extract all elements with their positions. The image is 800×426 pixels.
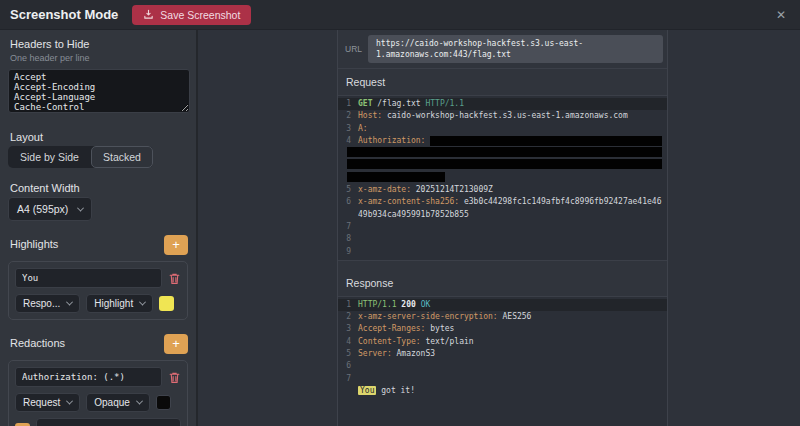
redactions-section: Redactions + Request [8, 334, 188, 426]
request-section-title: Request [338, 69, 667, 95]
layout-stacked-button[interactable]: Stacked [91, 146, 153, 168]
redaction-bar [347, 159, 662, 169]
code-line [338, 172, 667, 184]
line-number: 1 [338, 98, 358, 110]
code-token: /flag.txt [372, 99, 425, 108]
close-icon[interactable]: ✕ [772, 8, 790, 22]
add-redaction-button[interactable]: + [164, 334, 188, 354]
highlights-section: Highlights + Respo... [8, 235, 188, 320]
code-token: Host: [358, 111, 382, 120]
highlight-color-swatch[interactable] [159, 296, 174, 311]
highlight-target-select[interactable]: Respo... [15, 294, 80, 313]
line-number: 3 [338, 123, 358, 135]
highlights-label: Highlights [10, 238, 58, 250]
line-number: 9 [338, 246, 358, 258]
trash-icon[interactable] [168, 371, 181, 384]
page-title: Screenshot Mode [10, 7, 118, 22]
redaction-style-select[interactable]: Opaque [86, 393, 150, 412]
code-line: 1HTTP/1.1 200 OK [338, 299, 667, 311]
settings-sidebar: Headers to Hide One header per line Acce… [0, 30, 198, 426]
add-highlight-button[interactable]: + [164, 235, 188, 255]
highlight-style-value: Highlight [94, 298, 133, 309]
group-checkbox[interactable]: ✓ [15, 423, 30, 426]
code-line [338, 159, 667, 171]
chevron-down-icon [136, 398, 143, 405]
highlight-pattern-input[interactable] [15, 268, 162, 288]
preview-area: URL https://caido-workshop-hackfest.s3.u… [198, 30, 800, 426]
headers-to-hide-sublabel: One header per line [10, 53, 188, 63]
line-number: 2 [338, 311, 358, 323]
layout-toggle: Side by Side Stacked [8, 146, 153, 168]
code-token: GET [358, 99, 372, 108]
line-number: 5 [338, 348, 358, 360]
code-token: x-amz-date: [358, 185, 411, 194]
code-line: 5Server: AmazonS3 [338, 348, 667, 360]
redactions-label: Redactions [10, 337, 65, 349]
layout-side-by-side-button[interactable]: Side by Side [8, 146, 91, 168]
code-token: caido-workshop-hackfest.s3.us-east-1.ama… [382, 111, 628, 120]
code-line: You got it! [338, 385, 667, 397]
headers-to-hide-label: Headers to Hide [10, 38, 188, 50]
code-token: OK [421, 300, 431, 309]
highlight-item: Respo... Highlight [8, 261, 188, 320]
headers-to-hide-section: Headers to Hide One header per line Acce… [8, 38, 188, 117]
redaction-bar [347, 147, 662, 157]
code-line: 4Authorization: [338, 135, 667, 147]
highlight-style-select[interactable]: Highlight [86, 294, 153, 313]
url-row: URL https://caido-workshop-hackfest.s3.u… [338, 30, 667, 69]
line-number: 6 [338, 360, 358, 372]
save-screenshot-button[interactable]: Save Screenshot [132, 5, 251, 25]
url-label: URL [342, 44, 362, 54]
redaction-color-swatch[interactable] [156, 395, 171, 410]
layout-section: Layout Side by Side Stacked [8, 131, 188, 168]
code-token: x-amz-server-side-encryption: [358, 312, 498, 321]
code-token: x-amz-content-sha256: [358, 197, 459, 206]
content-width-value: A4 (595px) [17, 203, 68, 215]
response-code-block: 1HTTP/1.1 200 OK2x-amz-server-side-encry… [338, 296, 667, 426]
layout-label: Layout [10, 131, 188, 143]
trash-icon[interactable] [168, 272, 181, 285]
code-line: 9 [338, 246, 667, 258]
highlighted-text: You [358, 386, 376, 395]
redaction-bar [430, 136, 662, 146]
redaction-group-select[interactable]: Group 1 [36, 418, 181, 426]
code-token: Accept-Ranges: [358, 324, 425, 333]
code-line: 2Host: caido-workshop-hackfest.s3.us-eas… [338, 110, 667, 122]
code-token: 20251214T213009Z [411, 185, 493, 194]
line-number: 8 [338, 233, 358, 245]
code-line: 6 [338, 360, 667, 372]
content-width-select[interactable]: A4 (595px) [8, 197, 92, 221]
screenshot-preview-document: URL https://caido-workshop-hackfest.s3.u… [337, 30, 668, 426]
code-token: Content-Type: [358, 337, 421, 346]
code-token: AES256 [498, 312, 532, 321]
line-number: 1 [338, 299, 358, 311]
line-number: 4 [338, 336, 358, 348]
url-value: https://caido-workshop-hackfest.s3.us-ea… [368, 35, 663, 63]
code-line: 1GET /flag.txt HTTP/1.1 [338, 98, 667, 110]
code-line: 4Content-Type: text/plain [338, 336, 667, 348]
line-number: 5 [338, 184, 358, 196]
line-number: 4 [338, 135, 358, 147]
content-width-section: Content Width A4 (595px) [8, 182, 188, 221]
code-token: 200 [401, 300, 415, 309]
line-number: 7 [338, 373, 358, 385]
code-token: A: [358, 124, 368, 133]
code-line: 7 [338, 373, 667, 385]
save-screenshot-label: Save Screenshot [160, 9, 240, 21]
redaction-pattern-input[interactable] [15, 367, 162, 387]
headers-to-hide-textarea[interactable]: Accept Accept-Encoding Accept-Language C… [8, 69, 190, 113]
redaction-item: Request Opaque ✓ Group 1 [8, 360, 188, 426]
redaction-target-select[interactable]: Request [15, 393, 80, 412]
line-number: 3 [338, 323, 358, 335]
line-number: 6 [338, 196, 358, 208]
line-number: 2 [338, 110, 358, 122]
code-line [338, 147, 667, 159]
code-line: 6x-amz-content-sha256: e3b0c44298fc1c149… [338, 196, 667, 221]
response-section-title: Response [338, 270, 667, 296]
code-line: 2x-amz-server-side-encryption: AES256 [338, 311, 667, 323]
code-token: AmazonS3 [392, 349, 435, 358]
download-icon [143, 9, 154, 20]
code-token: got it! [376, 386, 415, 395]
code-line: 3Accept-Ranges: bytes [338, 323, 667, 335]
redaction-target-value: Request [23, 397, 60, 408]
